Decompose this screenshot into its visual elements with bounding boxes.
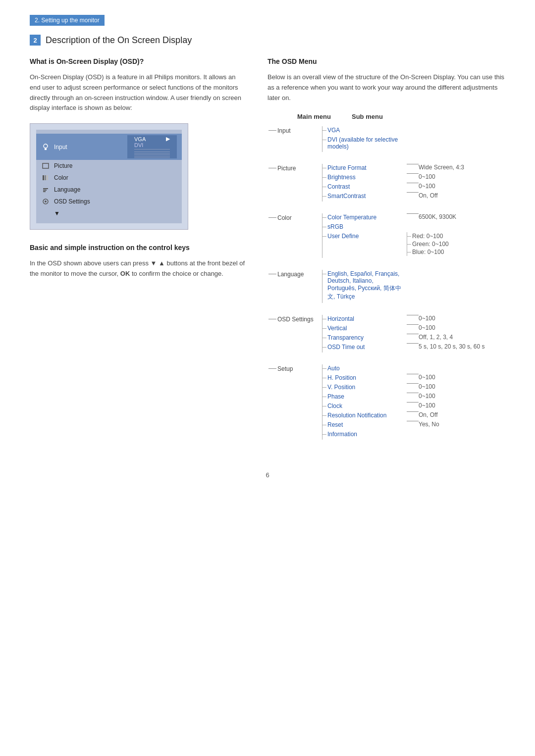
sub-tree: Horizontal0~100Vertical0~100Transparency… [322, 315, 505, 353]
dash-connector [407, 324, 419, 325]
osd-settings-icon [41, 197, 50, 206]
value-sub-tree: Red: 0~100Green: 0~100Blue: 0~100 [407, 232, 449, 256]
tree-main-item: ColorColor Temperature6500K, 9300KsRGBUs… [277, 213, 505, 258]
sub-value: 0~100 [419, 383, 435, 390]
sub-value: 0~100 [419, 393, 435, 400]
svg-rect-4 [45, 175, 46, 180]
sub-item: TransparencyOff, 1, 2, 3, 4 [327, 334, 505, 341]
dash-connector [407, 421, 419, 421]
dash-connector [407, 393, 419, 393]
sub-value: 0~100 [419, 374, 435, 381]
svg-rect-2 [43, 163, 49, 168]
dash-connector [407, 334, 419, 334]
sub-label: SmartContrast [327, 192, 407, 200]
sub-label: Contrast [327, 183, 407, 190]
sub-item: Color Temperature6500K, 9300K [327, 213, 505, 221]
dash-connector [407, 164, 419, 164]
dvi-label: DVI [134, 142, 170, 148]
sub-item: Resolution NotificationOn, Off [327, 411, 505, 419]
main-label: Picture [277, 164, 322, 172]
sub-item: English, Español, Français, Deutsch, Ita… [327, 270, 505, 301]
dash-connector [407, 315, 419, 315]
what-is-osd-heading: What is On-Screen Display (OSD)? [30, 57, 248, 65]
main-menu-label: Main menu [297, 113, 342, 120]
sub-item: Information [327, 430, 505, 438]
sub-item: Vertical0~100 [327, 324, 505, 332]
section-header: 2 Description of the On Screen Display [30, 35, 505, 46]
osd-mockup: Input VGA ▶ DVI [30, 123, 188, 230]
osd-down-arrow-row: ▼ [36, 207, 182, 219]
tree-main-item: LanguageEnglish, Español, Français, Deut… [277, 270, 505, 303]
sub-label: User Define [327, 232, 407, 240]
tree-main-item: InputVGADVI (available for selective mod… [277, 126, 505, 152]
svg-point-10 [45, 201, 47, 202]
sub-item: DVI (available for selective models) [327, 136, 505, 150]
main-label: Color [277, 213, 322, 221]
osd-settings-label: OSD Settings [54, 198, 177, 205]
sub-value: Wide Screen, 4:3 [419, 164, 464, 171]
arrow-right: ▶ [166, 136, 170, 142]
input-icon [41, 143, 50, 151]
osd-menu-desc: Below is an overall view of the structur… [268, 72, 505, 103]
control-keys-section: Basic and simple instruction on the cont… [30, 244, 248, 279]
down-arrow-icon [41, 209, 50, 218]
sub-label: Color Temperature [327, 213, 407, 221]
sub-label: DVI (available for selective models) [327, 136, 407, 150]
down-arrow-label: ▼ [54, 210, 60, 217]
svg-rect-3 [43, 175, 44, 180]
osd-color-row: Color [36, 172, 182, 184]
picture-icon [41, 161, 50, 170]
sub-label: Brightness [327, 173, 407, 181]
sub-value: 0~100 [419, 173, 435, 180]
vga-label: VGA [134, 136, 146, 142]
tree-main-item: OSD SettingsHorizontal0~100Vertical0~100… [277, 315, 505, 353]
value-sub-item: Green: 0~100 [412, 240, 449, 248]
section-number: 2 [30, 35, 41, 46]
sub-label: Clock [327, 402, 407, 409]
sub-item: Picture FormatWide Screen, 4:3 [327, 164, 505, 171]
sub-value: 0~100 [419, 183, 435, 190]
osd-menu: Input VGA ▶ DVI [36, 130, 182, 223]
section-title: Description of the On Screen Display [46, 35, 192, 46]
main-content: What is On-Screen Display (OSD)? On-Scre… [30, 57, 505, 452]
sub-label: V. Position [327, 383, 407, 391]
sub-value: 5 s, 10 s, 20 s, 30 s, 60 s [419, 343, 484, 350]
tree-main-item: SetupAutoH. Position0~100V. Position0~10… [277, 364, 505, 440]
sub-label: Reset [327, 421, 407, 428]
dash-connector [407, 192, 419, 193]
osd-menu-heading: The OSD Menu [268, 57, 505, 65]
divider1 [134, 149, 170, 150]
diagram-headers: Main menu Sub menu [268, 113, 505, 120]
sub-label: OSD Time out [327, 343, 407, 351]
dash-connector [407, 183, 419, 183]
sub-item: ResetYes, No [327, 421, 505, 428]
sub-label: Transparency [327, 334, 407, 341]
main-label: OSD Settings [277, 315, 322, 323]
sub-value: 0~100 [419, 315, 435, 322]
sub-item: Phase0~100 [327, 393, 505, 400]
sub-label: sRGB [327, 223, 407, 230]
sub-tree: Color Temperature6500K, 9300KsRGBUser De… [322, 213, 505, 258]
sub-label: VGA [327, 126, 407, 134]
left-column: What is On-Screen Display (OSD)? On-Scre… [30, 57, 248, 452]
main-label: Language [277, 270, 322, 278]
svg-rect-6 [43, 188, 48, 189]
sub-menu-label: Sub menu [352, 113, 505, 120]
sub-item: Clock0~100 [327, 402, 505, 409]
osd-input-row: Input VGA ▶ DVI [36, 134, 182, 160]
divider6 [134, 157, 170, 158]
ok-label: OK [120, 270, 130, 277]
sub-value: 0~100 [419, 402, 435, 409]
sub-item: User DefineRed: 0~100Green: 0~100Blue: 0… [327, 232, 505, 256]
sub-item: V. Position0~100 [327, 383, 505, 391]
osd-picture-row: Picture [36, 160, 182, 172]
dash-connector [407, 343, 419, 344]
dash-connector [407, 383, 419, 384]
osd-diagram: Main menu Sub menu InputVGADVI (availabl… [268, 113, 505, 440]
sub-tree: AutoH. Position0~100V. Position0~100Phas… [322, 364, 505, 440]
sub-value: On, Off [419, 411, 437, 418]
sub-item: Brightness0~100 [327, 173, 505, 181]
dash-connector [407, 374, 419, 374]
svg-point-0 [44, 144, 48, 148]
sub-label: Resolution Notification [327, 411, 407, 419]
